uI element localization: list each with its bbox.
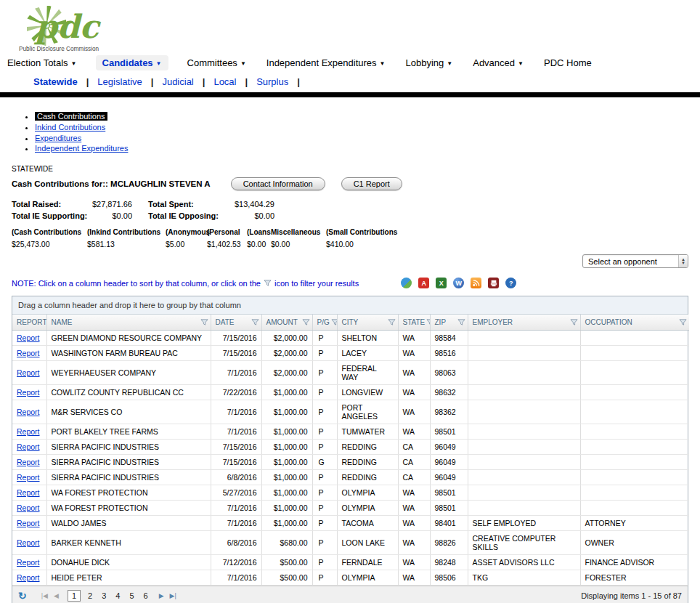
cell-date: 7/1/2016	[211, 570, 261, 586]
filter-icon[interactable]	[388, 318, 396, 326]
contact-information-button[interactable]: Contact Information	[231, 177, 325, 190]
cell-date: 7/1/2016	[211, 424, 261, 440]
cell-state: CA	[398, 440, 430, 455]
cell-state: CA	[398, 470, 430, 485]
report-link[interactable]: Report	[17, 519, 40, 527]
nav-pdc-home[interactable]: PDC Home	[542, 55, 593, 70]
filter-icon[interactable]	[679, 318, 687, 326]
subnav-judicial[interactable]: Judicial	[162, 76, 193, 87]
nav-committees[interactable]: Committees▼	[186, 55, 248, 70]
brand-subtitle: Public Disclosure Commission	[19, 46, 99, 52]
filter-icon[interactable]	[570, 318, 578, 326]
column-header-date[interactable]: DATE	[211, 315, 261, 331]
cell-pg: P	[312, 361, 337, 385]
column-header-name[interactable]: NAME	[46, 315, 211, 331]
column-header-pg[interactable]: P/G	[312, 315, 337, 331]
report-link[interactable]: Report	[17, 503, 40, 512]
column-header-occupation[interactable]: OCCUPATION	[580, 315, 689, 331]
nav-independent-expenditures[interactable]: Independent Expenditures▼	[265, 55, 387, 70]
cell-zip: 98063	[430, 361, 468, 385]
report-link[interactable]: Report	[17, 408, 40, 416]
cell-name: SIERRA PACIFIC INDUSTRIES	[46, 470, 211, 485]
grid-row: ReportSIERRA PACIFIC INDUSTRIES7/15/2016…	[12, 440, 689, 455]
filter-icon[interactable]	[200, 318, 208, 326]
filter-icon[interactable]	[302, 318, 310, 326]
note-row: NOTE: Click on a column header to sort b…	[12, 278, 688, 288]
subnav-legislative[interactable]: Legislative	[97, 76, 142, 87]
pager-next-icon[interactable]: ▶	[159, 592, 164, 599]
cell-city: FERNDALE	[337, 555, 398, 570]
pager-page[interactable]: 3	[99, 591, 108, 601]
pager-prev-icon[interactable]: ◀	[54, 592, 59, 599]
print-icon[interactable]	[488, 278, 499, 288]
excel-export-icon[interactable]: X	[436, 278, 447, 288]
printer-glyph-icon	[490, 280, 497, 287]
c1-report-button[interactable]: C1 Report	[341, 177, 402, 190]
pager-page[interactable]: 1	[68, 590, 81, 602]
report-link[interactable]: Report	[17, 442, 40, 451]
column-header-report[interactable]: REPORT	[12, 315, 46, 331]
report-link[interactable]: Report	[17, 368, 40, 377]
link-independent-expenditures[interactable]: Independent Expenditures	[35, 144, 128, 153]
filter-icon[interactable]	[426, 318, 430, 326]
cell-pg: G	[312, 455, 337, 470]
cell-name: SIERRA PACIFIC INDUSTRIES	[46, 455, 211, 470]
report-link[interactable]: Report	[17, 333, 40, 342]
report-link[interactable]: Report	[17, 349, 40, 357]
help-icon[interactable]: ?	[505, 278, 516, 288]
pager-first-icon[interactable]: |◀	[41, 592, 48, 599]
header-row: REPORT NAME DATE AMOUNT P/G CITY STATE Z…	[12, 315, 689, 331]
nav-election-totals[interactable]: Election Totals▼	[6, 55, 78, 70]
report-type-links: Cash Contributions Inkind Contributions …	[0, 112, 700, 154]
column-header-zip[interactable]: ZIP	[430, 315, 468, 331]
cell-employer: SELF EMPLOYED	[468, 516, 580, 531]
rss-feed-icon[interactable]	[471, 278, 481, 288]
cell-occupation	[580, 424, 689, 440]
report-link[interactable]: Report	[17, 388, 40, 397]
subnav-statewide[interactable]: Statewide	[33, 76, 78, 87]
report-link[interactable]: Report	[17, 473, 40, 482]
report-link[interactable]: Report	[17, 427, 40, 436]
pdf-export-icon[interactable]: A	[418, 278, 429, 288]
word-export-icon[interactable]: W	[453, 278, 464, 288]
column-header-employer[interactable]: EMPLOYER	[468, 315, 580, 331]
web-export-icon[interactable]	[401, 278, 412, 288]
filter-icon[interactable]	[251, 318, 259, 326]
pager-page[interactable]: 4	[113, 591, 122, 601]
grid-row: ReportWALDO JAMES7/1/2016$1,000.00PTACOM…	[12, 516, 689, 531]
pager-status: Displaying items 1 - 15 of 87	[581, 591, 682, 600]
column-header-amount[interactable]: AMOUNT	[261, 315, 312, 331]
filter-icon[interactable]	[457, 318, 465, 326]
link-inkind-contributions[interactable]: Inkind Contributions	[35, 123, 105, 131]
cell-city: LONGVIEW	[337, 385, 398, 400]
pager-page[interactable]: 2	[86, 591, 94, 601]
nav-lobbying[interactable]: Lobbying▼	[404, 55, 455, 70]
link-cash-contributions[interactable]: Cash Contributions	[35, 112, 107, 121]
column-header-state[interactable]: STATE	[398, 315, 430, 331]
pager-page[interactable]: 5	[127, 591, 136, 601]
pager-page[interactable]: 6	[142, 591, 150, 601]
nav-advanced[interactable]: Advanced▼	[471, 55, 525, 70]
subnav-local[interactable]: Local	[213, 76, 236, 87]
cell-report: Report	[12, 346, 46, 361]
cell-name: GREEN DIAMOND RESOURCE COMPANY	[46, 331, 211, 346]
cell-date: 5/27/2016	[211, 485, 261, 501]
cell-zip: 98506	[430, 570, 468, 586]
opponent-select[interactable]: Select an opponent ▲ ▼	[582, 254, 688, 268]
report-link[interactable]: Report	[17, 458, 40, 466]
report-link[interactable]: Report	[17, 573, 40, 582]
column-header-city[interactable]: CITY	[337, 315, 398, 331]
report-link[interactable]: Report	[17, 488, 40, 497]
nav-candidates[interactable]: Candidates▼	[96, 55, 168, 70]
refresh-icon[interactable]: ↻	[18, 591, 27, 601]
group-by-panel[interactable]: Drag a column header and drop it here to…	[12, 296, 688, 315]
filter-icon[interactable]	[331, 318, 337, 326]
report-link[interactable]: Report	[17, 558, 40, 567]
pager-last-icon[interactable]: ▶|	[170, 592, 176, 599]
link-expenditures[interactable]: Expenditures	[35, 134, 81, 142]
cell-zip: 98362	[430, 400, 468, 424]
cell-date: 7/1/2016	[211, 516, 261, 531]
report-link[interactable]: Report	[17, 538, 40, 547]
subnav-surplus[interactable]: Surplus	[256, 76, 288, 87]
cell-date: 7/12/2016	[211, 555, 261, 570]
